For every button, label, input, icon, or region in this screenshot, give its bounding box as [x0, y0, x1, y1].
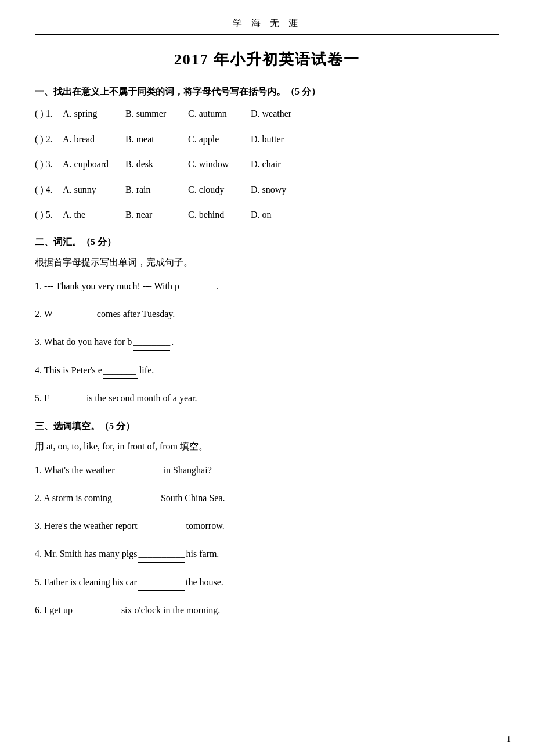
section-2-title: 二、词汇。（5 分）: [35, 236, 499, 249]
section3-question-2: 2. A storm is coming________South China …: [35, 490, 499, 506]
q-num: 2.: [35, 309, 44, 319]
page-title: 2017 年小升初英语试卷一: [35, 49, 499, 70]
section-1-title: 一、找出在意义上不属于同类的词，将字母代号写在括号内。（5 分）: [35, 86, 499, 98]
q-before-text: Mr. Smith has many pigs: [44, 549, 137, 559]
q-after-text: six o'clock in the morning.: [121, 605, 220, 615]
option-0: A. cupboard: [63, 157, 109, 172]
option-3: D. butter: [251, 132, 297, 147]
options-group: A. sunnyB. rainC. cloudyD. snowy: [63, 182, 297, 197]
q-blank[interactable]: ________: [133, 334, 170, 350]
option-1: B. desk: [125, 157, 172, 172]
q-num: ( ) 3.: [35, 157, 63, 172]
q-before-text: W: [44, 309, 53, 319]
section2-question-2: 2. W_________comes after Tuesday.: [35, 306, 499, 322]
q-blank[interactable]: __________: [138, 546, 185, 562]
q-after-text: .: [217, 281, 219, 291]
q-after-text: .: [171, 337, 174, 347]
q-num: 4.: [35, 365, 44, 375]
option-1: B. summer: [125, 106, 172, 121]
section3-question-5: 5. Father is cleaning his car__________t…: [35, 574, 499, 591]
options-group: A. cupboardB. deskC. windowD. chair: [63, 157, 297, 172]
q-after-text: tomorrow.: [186, 521, 225, 531]
q-before-text: F: [44, 393, 49, 403]
section-2-instruction: 根据首字母提示写出单词，完成句子。: [35, 257, 499, 269]
q-num: ( ) 5.: [35, 207, 63, 222]
section2-question-1: 1. --- Thank you very much! --- With p__…: [35, 278, 499, 294]
section1-question-3: ( ) 3.A. cupboardB. deskC. windowD. chai…: [35, 157, 499, 172]
q-num: 1.: [35, 465, 44, 475]
q-after-text: his farm.: [186, 549, 219, 559]
q-after-text: is the second month of a year.: [86, 393, 197, 403]
section3-question-3: 3. Here's the weather report_________tom…: [35, 518, 499, 534]
option-2: C. window: [188, 157, 234, 172]
q-num: 4.: [35, 549, 44, 559]
options-group: A. springB. summerC. autumnD. weather: [63, 106, 297, 121]
q-before-text: This is Peter's e: [44, 365, 102, 375]
q-num: 5.: [35, 393, 44, 403]
option-1: B. rain: [125, 182, 172, 197]
section3-question-6: 6. I get up________six o'clock in the mo…: [35, 602, 499, 618]
q-after-text: South China Sea.: [161, 493, 225, 503]
options-group: A. theB. nearC. behindD. on: [63, 207, 297, 222]
q-before-text: Father is cleaning his car: [44, 577, 137, 587]
q-num: 2.: [35, 493, 44, 503]
q-num: 3.: [35, 337, 44, 347]
q-after-text: the house.: [186, 577, 223, 587]
option-3: D. chair: [251, 157, 297, 172]
section-3-questions: 1. What's the weather________in Shanghai…: [35, 462, 499, 618]
q-before-text: I get up: [44, 605, 73, 615]
page-number: 1: [507, 735, 511, 744]
section1-question-2: ( ) 2.A. breadB. meatC. appleD. butter: [35, 132, 499, 147]
option-0: A. the: [63, 207, 109, 222]
option-1: B. meat: [125, 132, 172, 147]
q-before-text: What do you have for b: [44, 337, 132, 347]
section2-question-4: 4. This is Peter's e_______life.: [35, 362, 499, 379]
section-1-questions: ( ) 1.A. springB. summerC. autumnD. weat…: [35, 106, 499, 222]
section-2-questions: 1. --- Thank you very much! --- With p__…: [35, 278, 499, 406]
section2-question-5: 5. F_______is the second month of a year…: [35, 390, 499, 406]
option-2: C. cloudy: [188, 182, 234, 197]
q-num: 6.: [35, 605, 44, 615]
q-before-text: Here's the weather report: [44, 521, 138, 531]
q-blank[interactable]: ______: [181, 278, 215, 294]
q-num: ( ) 2.: [35, 132, 63, 147]
q-blank[interactable]: __________: [138, 574, 185, 591]
option-1: B. near: [125, 207, 172, 222]
option-0: A. bread: [63, 132, 109, 147]
option-2: C. behind: [188, 207, 234, 222]
section-3: 三、选词填空。（5 分） 用 at, on, to, like, for, in…: [35, 420, 499, 618]
q-before-text: What's the weather: [44, 465, 115, 475]
option-3: D. snowy: [251, 182, 297, 197]
q-blank[interactable]: _________: [54, 306, 96, 322]
q-before-text: --- Thank you very much! --- With p: [44, 281, 179, 291]
q-before-text: A storm is coming: [44, 493, 112, 503]
option-0: A. spring: [63, 106, 109, 121]
option-2: C. apple: [188, 132, 234, 147]
option-3: D. weather: [251, 106, 297, 121]
section3-question-1: 1. What's the weather________in Shanghai…: [35, 462, 499, 478]
q-num: 5.: [35, 577, 44, 587]
q-blank[interactable]: ________: [113, 490, 160, 506]
section1-question-1: ( ) 1.A. springB. summerC. autumnD. weat…: [35, 106, 499, 121]
option-3: D. on: [251, 207, 297, 222]
q-after-text: in Shanghai?: [164, 465, 212, 475]
section-2: 二、词汇。（5 分） 根据首字母提示写出单词，完成句子。 1. --- Than…: [35, 236, 499, 406]
q-blank[interactable]: _________: [139, 518, 185, 534]
q-blank[interactable]: ________: [74, 602, 120, 618]
q-blank[interactable]: _______: [50, 390, 85, 406]
section-1: 一、找出在意义上不属于同类的词，将字母代号写在括号内。（5 分） ( ) 1.A…: [35, 86, 499, 222]
section1-question-5: ( ) 5.A. theB. nearC. behindD. on: [35, 207, 499, 222]
section-3-title: 三、选词填空。（5 分）: [35, 420, 499, 433]
q-num: 3.: [35, 521, 44, 531]
q-blank[interactable]: _______: [103, 362, 138, 379]
section2-question-3: 3. What do you have for b________.: [35, 334, 499, 350]
section-3-instruction: 用 at, on, to, like, for, in front of, fr…: [35, 441, 499, 453]
q-num: 1.: [35, 281, 44, 291]
option-0: A. sunny: [63, 182, 109, 197]
q-blank[interactable]: ________: [116, 462, 163, 478]
q-num: ( ) 4.: [35, 182, 63, 197]
section3-question-4: 4. Mr. Smith has many pigs__________his …: [35, 546, 499, 562]
option-2: C. autumn: [188, 106, 234, 121]
section1-question-4: ( ) 4.A. sunnyB. rainC. cloudyD. snowy: [35, 182, 499, 197]
q-after-text: comes after Tuesday.: [97, 309, 175, 319]
